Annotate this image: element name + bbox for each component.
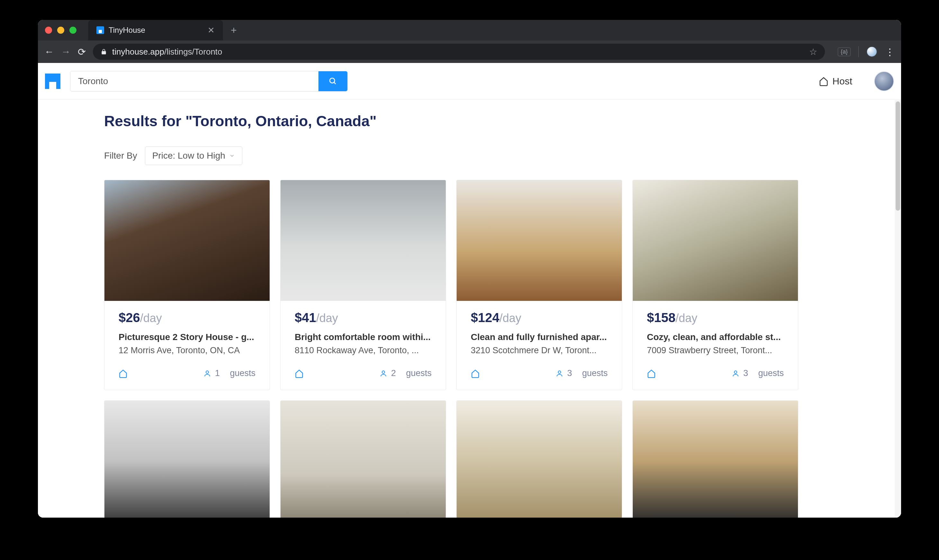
url-bar: ← → ⟳ tinyhouse.app/listings/Toronto ☆ {… [38, 40, 901, 63]
listing-price: $41 [294, 311, 316, 325]
menu-icon[interactable]: ⋮ [885, 46, 895, 57]
search-icon [329, 77, 337, 85]
listing-image [105, 180, 270, 301]
listing-image [281, 180, 446, 301]
listing-card[interactable]: $124/day Clean and fully furnished apar.… [456, 180, 622, 390]
price-suffix: /day [500, 311, 521, 325]
home-icon [119, 369, 128, 378]
listing-card[interactable] [456, 400, 622, 518]
search-wrap [70, 71, 348, 92]
guests-label: 3 guests [556, 368, 607, 378]
results-content: Results for "Toronto, Ontario, Canada" F… [38, 100, 901, 518]
maximize-icon[interactable] [69, 27, 77, 34]
app-logo-icon[interactable] [45, 74, 60, 89]
header-right: Host [819, 71, 894, 91]
extension-chip[interactable]: {a} [838, 48, 851, 56]
listing-card[interactable] [280, 400, 446, 518]
listing-image [105, 401, 270, 518]
url-text: tinyhouse.app/listings/Toronto [112, 47, 222, 57]
listing-address: 7009 Strawberry Street, Toront... [647, 346, 784, 355]
user-avatar[interactable] [874, 71, 894, 91]
reload-button[interactable]: ⟳ [78, 46, 86, 57]
price-suffix: /day [140, 311, 162, 325]
user-icon [732, 369, 739, 377]
filter-value: Price: Low to High [152, 151, 225, 161]
listing-card[interactable]: $26/day Picturesque 2 Story House - g...… [104, 180, 270, 390]
listing-price: $26 [119, 311, 140, 325]
address-bar[interactable]: tinyhouse.app/listings/Toronto ☆ [93, 44, 825, 60]
search-button[interactable] [318, 71, 347, 91]
listing-title: Clean and fully furnished apar... [471, 332, 607, 342]
listing-address: 3210 Scotchmere Dr W, Toront... [471, 346, 607, 355]
app-header: Host [38, 63, 901, 100]
favicon-icon [96, 26, 104, 34]
listing-title: Picturesque 2 Story House - g... [119, 332, 256, 342]
listing-address: 12 Morris Ave, Toronto, ON, CA [119, 346, 256, 355]
listing-image [456, 180, 622, 301]
svg-point-3 [382, 371, 385, 374]
listing-card[interactable]: $158/day Cozy, clean, and affordable st.… [632, 180, 798, 390]
titlebar: TinyHouse ✕ + [38, 20, 901, 40]
listing-title: Cozy, clean, and affordable st... [647, 332, 784, 342]
toolbar-actions: {a} ⋮ [838, 46, 895, 57]
svg-point-5 [734, 371, 737, 374]
page-content: Host Results for "Toronto, Ontario, Cana… [38, 63, 901, 518]
window-controls [45, 27, 77, 34]
listing-card[interactable] [104, 400, 270, 518]
listing-card[interactable] [632, 400, 798, 518]
listing-title: Bright comfortable room withi... [294, 332, 432, 342]
filter-select[interactable]: Price: Low to High [145, 146, 242, 165]
results-title: Results for "Toronto, Ontario, Canada" [104, 112, 835, 130]
chevron-down-icon [229, 153, 235, 158]
divider [858, 46, 859, 57]
filter-label: Filter By [104, 151, 137, 161]
filter-row: Filter By Price: Low to High [104, 146, 835, 165]
svg-point-2 [206, 371, 208, 374]
browser-window: TinyHouse ✕ + ← → ⟳ tinyhouse.app/listin… [38, 20, 901, 518]
listings-grid: $26/day Picturesque 2 Story House - g...… [104, 180, 835, 518]
listing-image [281, 401, 446, 518]
guests-label: 1 guests [204, 368, 256, 378]
forward-button[interactable]: → [61, 46, 71, 57]
user-icon [556, 369, 563, 377]
minimize-icon[interactable] [57, 27, 64, 34]
user-icon [204, 369, 211, 377]
listing-image [633, 401, 798, 518]
home-icon [647, 369, 656, 378]
guests-label: 2 guests [379, 368, 432, 378]
listing-card[interactable]: $41/day Bright comfortable room withi...… [280, 180, 446, 390]
price-suffix: /day [675, 311, 697, 325]
star-icon[interactable]: ☆ [809, 46, 817, 57]
scroll-thumb[interactable] [896, 102, 900, 211]
listing-price: $124 [471, 311, 500, 325]
home-icon [819, 77, 828, 86]
search-input[interactable] [70, 71, 318, 91]
svg-point-4 [558, 371, 561, 374]
listing-price: $158 [647, 311, 675, 325]
listing-image [633, 180, 798, 301]
host-label: Host [832, 76, 852, 87]
listing-address: 8110 Rockaway Ave, Toronto, ... [294, 346, 432, 355]
user-icon [379, 369, 387, 377]
scrollbar[interactable] [895, 100, 901, 518]
close-icon[interactable] [45, 27, 52, 34]
tab-title: TinyHouse [109, 26, 203, 35]
guests-label: 3 guests [732, 368, 784, 378]
back-button[interactable]: ← [44, 46, 54, 57]
price-suffix: /day [316, 311, 338, 325]
svg-point-0 [330, 78, 335, 83]
home-icon [471, 369, 480, 378]
new-tab-button[interactable]: + [231, 25, 237, 36]
host-link[interactable]: Host [819, 76, 852, 87]
profile-avatar-icon[interactable] [867, 46, 877, 57]
home-icon [294, 369, 304, 378]
listing-image [456, 401, 622, 518]
lock-icon [100, 48, 107, 55]
browser-tab[interactable]: TinyHouse ✕ [88, 20, 223, 40]
tab-close-icon[interactable]: ✕ [208, 25, 215, 35]
svg-line-1 [334, 82, 336, 84]
